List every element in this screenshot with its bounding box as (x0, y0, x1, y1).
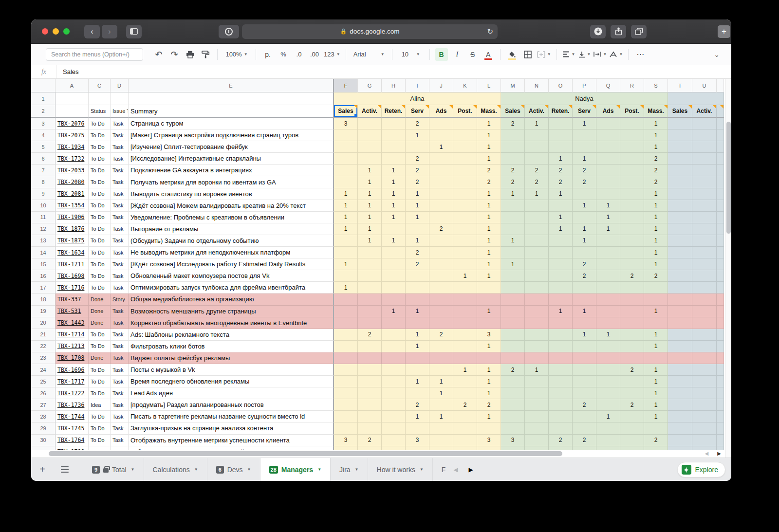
metric-cell-J25[interactable]: 1 (429, 376, 453, 387)
summary-cell[interactable]: Отображать внутренние метрики успешности… (129, 435, 334, 446)
status-cell[interactable]: To Do (89, 422, 111, 434)
metric-cell-Q18[interactable] (596, 294, 620, 305)
status-column-header[interactable]: Status (89, 105, 111, 118)
metric-cell-R3[interactable] (620, 118, 644, 129)
column-header-S[interactable]: S (644, 79, 668, 92)
metric-cell-partial-20[interactable] (717, 317, 724, 329)
metric-cell-L28[interactable]: 1 (477, 411, 501, 422)
metric-cell-I23[interactable] (406, 352, 429, 364)
metric-cell-Q21[interactable]: 1 (596, 329, 620, 341)
row-header-8[interactable]: 8 (31, 176, 56, 188)
metric-cell-H18[interactable] (382, 294, 406, 305)
metric-cell-L21[interactable]: 3 (477, 329, 501, 341)
metric-cell-H24[interactable] (382, 364, 406, 376)
metric-cell-J10[interactable] (429, 200, 453, 212)
metric-cell-K29[interactable] (453, 422, 477, 434)
metric-header-S2[interactable]: Mass. (644, 105, 668, 118)
metric-cell-N18[interactable] (525, 294, 549, 305)
sheet-tab-managers[interactable]: 28Managers▼ (260, 458, 331, 481)
metric-cell-J6[interactable] (429, 153, 453, 165)
issue-type-cell[interactable]: Task (111, 422, 129, 434)
metric-cell-N29[interactable] (525, 422, 549, 434)
metric-cell-partial-18[interactable] (717, 294, 724, 305)
status-cell[interactable]: To Do (89, 188, 111, 200)
metric-cell-M5[interactable] (501, 141, 525, 153)
metric-cell-I17[interactable] (406, 282, 429, 294)
tab-scroll-left-icon[interactable]: ◀ (453, 466, 458, 473)
metric-cell-N11[interactable] (525, 212, 549, 223)
metric-cell-U31[interactable] (692, 446, 717, 450)
metric-header-G2[interactable]: Activ. (358, 105, 382, 118)
issue-type-cell[interactable]: Task (111, 129, 129, 141)
metric-cell-M11[interactable] (501, 212, 525, 223)
issue-type-cell[interactable]: Task (111, 317, 129, 329)
address-bar[interactable]: 🔒 docs.google.com ↻ (242, 24, 498, 39)
status-cell[interactable]: To Do (89, 376, 111, 387)
metric-cell-K3[interactable] (453, 118, 477, 129)
metric-cell-I25[interactable]: 1 (406, 376, 429, 387)
hide-menus-chevron[interactable]: ⌄ (710, 48, 723, 61)
metric-cell-Q19[interactable] (596, 306, 620, 317)
summary-cell[interactable]: [Исследование] Интерактивные спарклайны (129, 153, 334, 165)
metric-cell-T19[interactable] (668, 306, 692, 317)
issue-link[interactable]: TBX-1788 (56, 446, 89, 450)
row-header-21[interactable]: 21 (31, 329, 56, 341)
issue-link[interactable]: TBX-1714 (56, 329, 89, 341)
metric-cell-P16[interactable]: 2 (573, 270, 596, 282)
status-cell[interactable]: To Do (89, 341, 111, 352)
metric-cell-partial-27[interactable] (717, 399, 724, 411)
metric-cell-O3[interactable] (549, 118, 573, 129)
metric-cell-H11[interactable]: 1 (382, 212, 406, 223)
issue-type-cell[interactable]: Task (111, 270, 129, 282)
metric-cell-N9[interactable]: 1 (525, 188, 549, 200)
metric-cell-M7[interactable]: 2 (501, 165, 525, 176)
metric-cell-F24[interactable] (334, 364, 358, 376)
zoom-window-button[interactable] (63, 28, 70, 35)
summary-cell[interactable]: Корректно обрабатывать многодневные ивен… (129, 317, 334, 329)
metric-cell-F21[interactable] (334, 329, 358, 341)
metric-cell-P22[interactable] (573, 341, 596, 352)
status-cell[interactable]: To Do (89, 329, 111, 341)
metric-cell-G7[interactable]: 1 (358, 165, 382, 176)
summary-cell[interactable]: Виджет оплаты фейсбук рекламы (129, 352, 334, 364)
issue-type-cell[interactable]: Task (111, 306, 129, 317)
sheet-tab-jira[interactable]: Jira▼ (331, 458, 368, 481)
sheet-tab-how-it-works[interactable]: How it works▼ (368, 458, 433, 481)
metric-cell-G31[interactable] (358, 446, 382, 450)
metric-cell-H14[interactable] (382, 247, 406, 258)
metric-cell-O22[interactable] (549, 341, 573, 352)
metric-cell-N21[interactable] (525, 329, 549, 341)
summary-cell[interactable]: Обновленный макет компоузера постов для … (129, 270, 334, 282)
metric-cell-M12[interactable] (501, 223, 525, 235)
metric-cell-N15[interactable] (525, 258, 549, 270)
strikethrough-button[interactable]: S (466, 48, 479, 61)
issue-link[interactable]: TBX-1722 (56, 387, 89, 399)
metric-cell-G21[interactable]: 2 (358, 329, 382, 341)
metric-cell-H30[interactable] (382, 435, 406, 446)
metric-cell-partial-15[interactable] (717, 258, 724, 270)
metric-cell-O27[interactable] (549, 399, 573, 411)
metric-cell-partial-8[interactable] (717, 176, 724, 188)
metric-cell-S13[interactable]: 1 (644, 235, 668, 247)
metric-cell-N10[interactable] (525, 200, 549, 212)
metric-cell-K11[interactable] (453, 212, 477, 223)
metric-cell-H28[interactable] (382, 411, 406, 422)
metric-cell-J3[interactable] (429, 118, 453, 129)
metric-cell-L17[interactable] (477, 282, 501, 294)
metric-cell-K15[interactable] (453, 258, 477, 270)
more-formats-button[interactable]: 123 ▼ (324, 48, 340, 61)
metric-cell-Q10[interactable]: 1 (596, 200, 620, 212)
metric-cell-J9[interactable] (429, 188, 453, 200)
metric-cell-Q24[interactable] (596, 364, 620, 376)
metric-cell-R17[interactable] (620, 282, 644, 294)
metric-cell-J24[interactable] (429, 364, 453, 376)
metric-cell-T7[interactable] (668, 165, 692, 176)
new-tab-button[interactable]: + (718, 25, 730, 38)
column-header-H[interactable]: H (382, 79, 406, 92)
metric-cell-P29[interactable] (573, 422, 596, 434)
all-sheets-button[interactable] (54, 458, 76, 481)
metric-cell-Q28[interactable]: 1 (596, 411, 620, 422)
search-menus-input[interactable]: Search the menus (Option+/) (46, 48, 143, 61)
metric-cell-S12[interactable]: 1 (644, 223, 668, 235)
issue-link[interactable]: TBX-2080 (56, 176, 89, 188)
